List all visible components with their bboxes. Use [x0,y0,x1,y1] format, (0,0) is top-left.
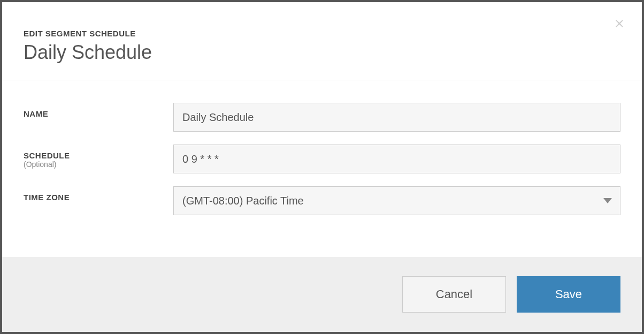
name-label-col: NAME [24,103,173,118]
modal-footer: Cancel Save [2,257,642,332]
page-title: Daily Schedule [24,41,620,64]
timezone-label: TIME ZONE [24,193,173,202]
header-eyebrow: EDIT SEGMENT SCHEDULE [24,29,620,38]
name-input[interactable] [173,103,620,132]
form-row-name: NAME [24,103,620,132]
name-input-col [173,103,620,132]
schedule-input-col [173,145,620,173]
form-row-timezone: TIME ZONE (GMT-08:00) Pacific Time [24,186,620,215]
cancel-button[interactable]: Cancel [402,276,506,313]
timezone-select-wrap: (GMT-08:00) Pacific Time [173,186,620,215]
name-label: NAME [24,109,173,118]
save-button[interactable]: Save [517,276,620,313]
timezone-label-col: TIME ZONE [24,186,173,202]
schedule-input[interactable] [173,145,620,173]
modal-body: NAME SCHEDULE (Optional) TIME ZONE (GMT-… [2,80,642,257]
schedule-label: SCHEDULE [24,151,173,160]
close-icon[interactable] [613,17,626,30]
timezone-input-col: (GMT-08:00) Pacific Time [173,186,620,215]
modal-header: EDIT SEGMENT SCHEDULE Daily Schedule [2,2,642,80]
form-row-schedule: SCHEDULE (Optional) [24,145,620,173]
edit-schedule-modal: EDIT SEGMENT SCHEDULE Daily Schedule NAM… [2,2,642,332]
schedule-hint: (Optional) [24,160,173,169]
timezone-select[interactable]: (GMT-08:00) Pacific Time [173,186,620,215]
schedule-label-col: SCHEDULE (Optional) [24,145,173,169]
